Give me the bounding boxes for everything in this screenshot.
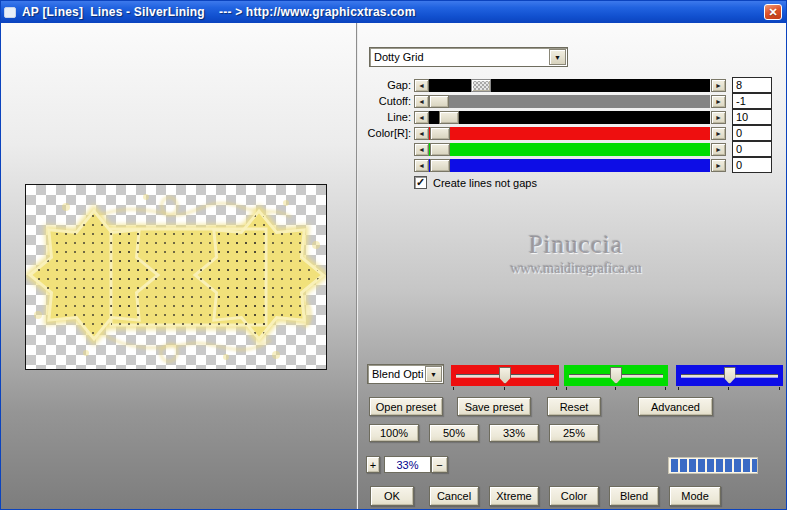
close-icon: ✕ (768, 6, 777, 19)
app-icon (4, 7, 16, 18)
slider-track[interactable] (429, 143, 710, 156)
chevron-down-icon: ▼ (430, 371, 437, 378)
preset-dropdown-value: Dotty Grid (374, 48, 424, 66)
slider-label: Gap: (353, 79, 411, 92)
blend-slider-blue[interactable] (676, 365, 783, 386)
slider-row-color-g: ◄ ► (1, 143, 786, 156)
tick-mark (615, 387, 616, 390)
zoom-100-button[interactable]: 100% (369, 424, 419, 442)
left-arrow-icon: ◄ (418, 130, 425, 137)
tick-mark (728, 387, 729, 390)
blend-slider-red[interactable] (451, 365, 559, 386)
title-bar[interactable]: AP [Lines] Lines - SilverLining --- > ht… (1, 1, 786, 23)
close-button[interactable]: ✕ (764, 4, 782, 20)
watermark-name: Pinuccia (381, 231, 771, 259)
slider-value-color-r[interactable]: 0 (732, 125, 772, 141)
mode-button[interactable]: Mode (669, 486, 721, 506)
slider-left-arrow-button[interactable]: ◄ (414, 159, 429, 172)
ok-button[interactable]: OK (370, 486, 414, 506)
right-arrow-icon: ► (715, 98, 722, 105)
zoom-33-button[interactable]: 33% (489, 424, 539, 442)
slider-right-arrow-button[interactable]: ► (711, 159, 726, 172)
zoom-minus-button[interactable]: − (431, 456, 448, 473)
blend-button[interactable]: Blend (609, 486, 659, 506)
tick-mark (779, 387, 780, 390)
blend-options-dropdown[interactable]: Blend Opti ▼ (367, 364, 444, 384)
create-lines-checkbox[interactable]: ✓ (414, 176, 427, 189)
tick-mark (665, 387, 666, 390)
slider-thumb[interactable] (430, 159, 450, 172)
progress-bar (668, 457, 758, 474)
zoom-level-display[interactable]: 33% (384, 456, 431, 473)
check-icon: ✓ (416, 177, 425, 188)
preset-dropdown[interactable]: Dotty Grid ▼ (369, 47, 568, 67)
slider-row-line: Line: ◄ ► (1, 111, 786, 124)
progress-segment (743, 459, 750, 472)
slider-left-arrow-button[interactable]: ◄ (414, 127, 429, 140)
left-arrow-icon: ◄ (418, 98, 425, 105)
slider-left-arrow-button[interactable]: ◄ (414, 143, 429, 156)
reset-button[interactable]: Reset (547, 397, 601, 416)
slider-thumb[interactable] (439, 111, 459, 124)
advanced-button[interactable]: Advanced (638, 397, 713, 416)
slider-right-arrow-button[interactable]: ► (711, 95, 726, 108)
blend-options-arrow-button[interactable]: ▼ (425, 366, 442, 382)
tick-mark (556, 387, 557, 390)
slider-right-arrow-button[interactable]: ► (711, 143, 726, 156)
right-arrow-icon: ► (715, 162, 722, 169)
slider-value-line[interactable]: 10 (732, 109, 772, 125)
slider-right-arrow-button[interactable]: ► (711, 127, 726, 140)
client-area: Dotty Grid ▼ Gap: ◄ ► 8 Cutoff: ◄ ► -1 L… (1, 23, 786, 509)
slider-thumb[interactable] (430, 143, 450, 156)
slider-row-gap: Gap: ◄ ► (1, 79, 786, 92)
slider-value-gap[interactable]: 8 (732, 77, 772, 93)
create-lines-checkbox-label: Create lines not gaps (433, 177, 537, 189)
progress-segment (680, 459, 687, 472)
slider-right-arrow-button[interactable]: ► (711, 79, 726, 92)
slider-value-cutoff[interactable]: -1 (732, 93, 772, 109)
image-preview[interactable] (25, 184, 327, 370)
slider-right-arrow-button[interactable]: ► (711, 111, 726, 124)
preview-artwork (26, 185, 326, 369)
watermark-url: www.maidiregrafica.eu (381, 261, 771, 277)
left-arrow-icon: ◄ (418, 146, 425, 153)
slider-thumb[interactable] (471, 79, 491, 92)
blend-slider-thumb[interactable] (724, 367, 736, 384)
tick-mark (566, 387, 567, 390)
save-preset-button[interactable]: Save preset (457, 397, 531, 416)
left-arrow-icon: ◄ (418, 82, 425, 89)
preset-dropdown-arrow-button[interactable]: ▼ (549, 49, 566, 65)
slider-track[interactable] (429, 79, 710, 92)
blend-slider-thumb[interactable] (610, 367, 622, 384)
right-arrow-icon: ► (715, 130, 722, 137)
plugin-window: AP [Lines] Lines - SilverLining --- > ht… (0, 0, 787, 510)
slider-left-arrow-button[interactable]: ◄ (414, 79, 429, 92)
slider-label (353, 159, 411, 172)
slider-track[interactable] (429, 127, 710, 140)
slider-value-color-b[interactable]: 0 (732, 157, 772, 173)
chevron-down-icon: ▼ (554, 54, 561, 61)
right-arrow-icon: ► (715, 146, 722, 153)
cancel-button[interactable]: Cancel (429, 486, 479, 506)
zoom-50-button[interactable]: 50% (429, 424, 479, 442)
tick-mark (504, 387, 505, 390)
zoom-25-button[interactable]: 25% (549, 424, 599, 442)
slider-track[interactable] (429, 111, 710, 124)
blend-slider-green[interactable] (564, 365, 668, 386)
progress-segment (698, 459, 705, 472)
right-arrow-icon: ► (715, 82, 722, 89)
xtreme-button[interactable]: Xtreme (489, 486, 539, 506)
slider-value-color-g[interactable]: 0 (732, 141, 772, 157)
open-preset-button[interactable]: Open preset (369, 397, 443, 416)
color-button[interactable]: Color (549, 486, 599, 506)
slider-track[interactable] (429, 95, 710, 108)
slider-track[interactable] (429, 159, 710, 172)
slider-left-arrow-button[interactable]: ◄ (414, 111, 429, 124)
zoom-plus-button[interactable]: + (366, 456, 380, 473)
slider-thumb[interactable] (429, 95, 449, 108)
blend-slider-thumb[interactable] (499, 367, 511, 384)
window-title: AP [Lines] Lines - SilverLining --- > ht… (22, 5, 416, 19)
slider-thumb[interactable] (430, 127, 450, 140)
slider-label (353, 143, 411, 156)
slider-left-arrow-button[interactable]: ◄ (414, 95, 429, 108)
